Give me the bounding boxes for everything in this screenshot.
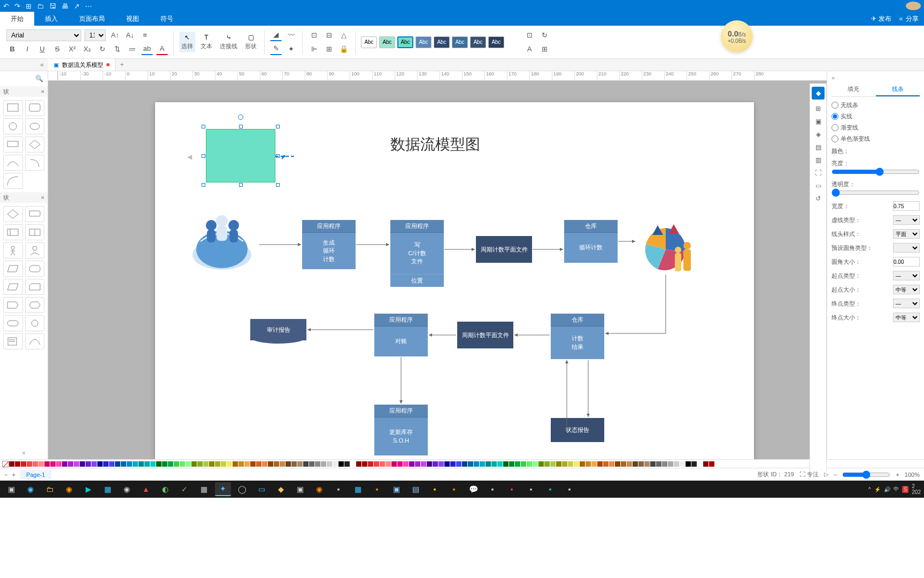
color-swatch[interactable] bbox=[50, 461, 56, 467]
decrease-font-icon[interactable]: A↓ bbox=[124, 29, 136, 41]
color-swatch[interactable] bbox=[480, 461, 485, 467]
app9-icon[interactable]: ▣ bbox=[388, 482, 404, 496]
color-swatch[interactable] bbox=[686, 461, 691, 467]
style-1[interactable]: Abc bbox=[361, 36, 377, 48]
color-swatch[interactable] bbox=[580, 461, 585, 467]
panel-chart-icon[interactable]: ▥ bbox=[815, 156, 821, 164]
color-swatch[interactable] bbox=[627, 461, 632, 467]
color-swatch[interactable] bbox=[186, 461, 191, 467]
color-swatch[interactable] bbox=[9, 461, 14, 467]
color-swatch[interactable] bbox=[538, 461, 544, 467]
shape-rect2[interactable] bbox=[3, 136, 23, 153]
color-swatch[interactable] bbox=[556, 461, 561, 467]
color-swatch[interactable] bbox=[656, 461, 661, 467]
superscript-icon[interactable]: X² bbox=[66, 43, 78, 55]
shape-curve[interactable] bbox=[25, 333, 45, 349]
color-swatch[interactable] bbox=[144, 461, 150, 467]
obs-icon[interactable]: ◉ bbox=[119, 482, 135, 496]
wechat-icon[interactable]: 💬 bbox=[465, 482, 481, 496]
color-swatch[interactable] bbox=[286, 461, 291, 467]
tray-sogou[interactable]: S bbox=[902, 486, 909, 493]
shapes-category-1[interactable]: 状× bbox=[0, 86, 48, 97]
globe-people-clipart[interactable] bbox=[184, 209, 259, 275]
align-icon[interactable]: ≡ bbox=[139, 29, 151, 41]
shape-pentagon[interactable] bbox=[3, 297, 23, 313]
color-swatch[interactable] bbox=[491, 461, 497, 467]
rotation-handle-icon[interactable] bbox=[238, 115, 243, 120]
color-swatch[interactable] bbox=[121, 461, 126, 467]
color-swatch[interactable] bbox=[597, 461, 603, 467]
export-icon[interactable]: ↗ bbox=[74, 2, 80, 10]
color-swatch[interactable] bbox=[691, 461, 697, 467]
radio-gradient[interactable]: 渐变线 bbox=[831, 124, 920, 132]
color-swatch[interactable] bbox=[133, 461, 138, 467]
shape-diamond[interactable] bbox=[25, 136, 45, 153]
save-icon[interactable]: 🖫 bbox=[49, 2, 56, 10]
color-swatch[interactable] bbox=[509, 461, 514, 467]
color-swatch[interactable] bbox=[386, 461, 391, 467]
chrome-icon[interactable]: ◯ bbox=[234, 482, 250, 496]
color-swatch[interactable] bbox=[497, 461, 503, 467]
color-swatch[interactable] bbox=[274, 461, 279, 467]
shape-terminator[interactable] bbox=[3, 315, 23, 331]
font-family-select[interactable]: Arial bbox=[6, 29, 81, 41]
shape-arc1[interactable] bbox=[3, 155, 23, 171]
page-tab-1[interactable]: Page-1 bbox=[20, 470, 51, 480]
color-swatch[interactable] bbox=[591, 461, 597, 467]
color-swatch[interactable] bbox=[674, 461, 679, 467]
color-swatch[interactable] bbox=[115, 461, 120, 467]
edraw-icon[interactable]: ✦ bbox=[215, 482, 231, 496]
focus-mode-button[interactable]: ⛶ 专注 bbox=[799, 470, 819, 478]
color-swatch[interactable] bbox=[662, 461, 667, 467]
color-swatch[interactable] bbox=[338, 461, 344, 467]
color-swatch[interactable] bbox=[262, 461, 267, 467]
color-swatch[interactable] bbox=[697, 461, 703, 467]
undo-icon[interactable]: ↶ bbox=[3, 2, 9, 10]
color-swatch[interactable] bbox=[650, 461, 656, 467]
color-swatch[interactable] bbox=[562, 461, 567, 467]
panel-grid-icon[interactable]: ⊞ bbox=[815, 105, 821, 112]
tray-volume-icon[interactable]: 🔊 bbox=[884, 486, 890, 492]
color-swatch[interactable] bbox=[191, 461, 197, 467]
text-tool[interactable]: T 文本 bbox=[198, 34, 214, 50]
color-swatch[interactable] bbox=[150, 461, 156, 467]
color-swatch[interactable] bbox=[138, 461, 144, 467]
color-swatch[interactable] bbox=[315, 461, 320, 467]
cap-select[interactable]: 平面 bbox=[893, 229, 920, 239]
bullets-icon[interactable]: ≔ bbox=[126, 43, 138, 55]
redo-icon[interactable]: ↷ bbox=[14, 2, 20, 10]
app16-icon[interactable]: ▪ bbox=[561, 482, 578, 496]
color-swatch[interactable] bbox=[62, 461, 67, 467]
color-swatch[interactable] bbox=[521, 461, 526, 467]
color-swatch[interactable] bbox=[74, 461, 79, 467]
tray-up-icon[interactable]: ^ bbox=[868, 486, 871, 492]
style-8[interactable]: Abc bbox=[488, 36, 504, 48]
flip-icon[interactable]: △ bbox=[338, 29, 350, 41]
shape-ellipse[interactable] bbox=[25, 118, 45, 134]
size-icon[interactable]: ⊡ bbox=[523, 29, 535, 41]
color-swatch[interactable] bbox=[433, 461, 438, 467]
panel-page-icon[interactable]: ▤ bbox=[815, 143, 821, 151]
terminal-icon[interactable]: ▪ bbox=[330, 482, 346, 496]
color-swatch[interactable] bbox=[27, 461, 32, 467]
doc-tab-active[interactable]: ▣ 数据流关系模型 bbox=[48, 59, 116, 71]
share-button[interactable]: ∝ 分享 bbox=[898, 14, 919, 24]
explorer-icon[interactable]: 🗀 bbox=[42, 482, 58, 496]
shapes-search[interactable]: 🔍 bbox=[0, 71, 48, 86]
more-icon[interactable]: ⋯ bbox=[85, 2, 92, 10]
style-2[interactable]: Abc bbox=[379, 36, 395, 48]
color-swatch[interactable] bbox=[174, 461, 179, 467]
menu-insert[interactable]: 插入 bbox=[34, 12, 68, 26]
lock-icon[interactable]: 🔒 bbox=[338, 43, 350, 55]
line-spacing-icon[interactable]: ⇅ bbox=[111, 43, 123, 55]
flow-box-reconcile[interactable]: 应用程序对账 bbox=[374, 314, 428, 356]
panel-image-icon[interactable]: ▣ bbox=[815, 118, 821, 125]
edge-icon[interactable]: ◉ bbox=[22, 482, 38, 496]
shape-arc2[interactable] bbox=[25, 155, 45, 171]
color-swatch[interactable] bbox=[250, 461, 256, 467]
increase-font-icon[interactable]: A↑ bbox=[109, 29, 121, 41]
shape-quarter[interactable] bbox=[3, 173, 23, 189]
zoom-out-button[interactable]: − bbox=[834, 471, 837, 478]
arrange-icon[interactable]: ⊞ bbox=[538, 43, 550, 55]
color-swatch[interactable] bbox=[621, 461, 626, 467]
